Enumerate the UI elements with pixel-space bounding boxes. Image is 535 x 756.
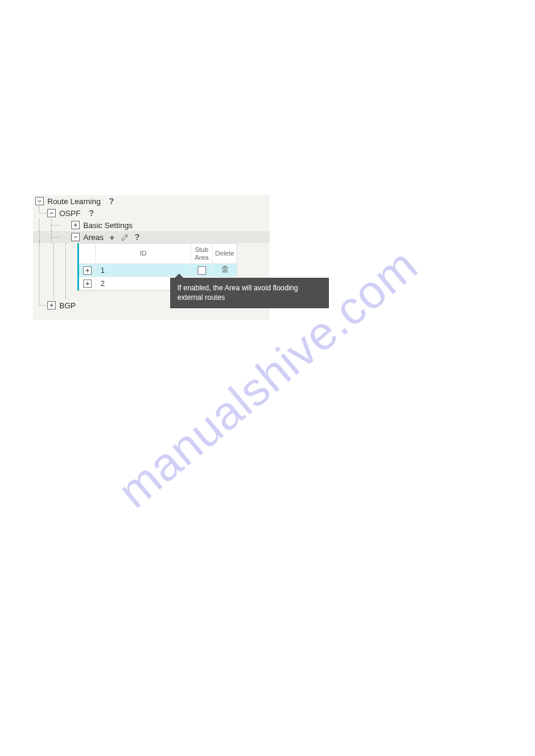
table-row[interactable]: 1: [79, 264, 237, 277]
bgp-label: BGP: [59, 301, 75, 310]
help-icon[interactable]: ?: [86, 208, 96, 218]
areas-label: Areas: [83, 233, 104, 242]
ospf-label: OSPF: [59, 209, 80, 218]
expand-icon[interactable]: [83, 266, 92, 275]
add-area-button[interactable]: +: [107, 232, 117, 242]
col-id: ID: [96, 244, 191, 264]
delete-row-button[interactable]: [221, 265, 229, 275]
col-stub-area: Stub Area: [191, 244, 213, 264]
col-expand: [79, 244, 96, 264]
expand-icon[interactable]: [47, 301, 56, 309]
tree-item-basic-settings[interactable]: Basic Settings: [33, 219, 270, 231]
scrollbar[interactable]: [262, 195, 270, 267]
table-header: ID Stub Area Delete: [79, 244, 237, 264]
tree-item-route-learning[interactable]: Route Learning ?: [33, 195, 270, 207]
tree-item-ospf[interactable]: OSPF ?: [33, 207, 270, 219]
collapse-icon[interactable]: [71, 233, 80, 241]
stub-area-checkbox[interactable]: [198, 266, 206, 275]
collapse-icon[interactable]: [47, 209, 56, 217]
expand-icon[interactable]: [71, 221, 80, 229]
tree-item-areas[interactable]: Areas + ?: [33, 231, 270, 243]
basic-settings-label: Basic Settings: [83, 221, 132, 230]
tooltip: If enabled, the Area will avoid flooding…: [170, 278, 329, 308]
route-learning-label: Route Learning: [47, 197, 101, 206]
help-icon[interactable]: ?: [132, 232, 142, 242]
edit-area-button[interactable]: [120, 232, 130, 242]
help-icon[interactable]: ?: [107, 196, 116, 206]
col-delete: Delete: [213, 244, 237, 264]
expand-icon[interactable]: [83, 280, 92, 288]
